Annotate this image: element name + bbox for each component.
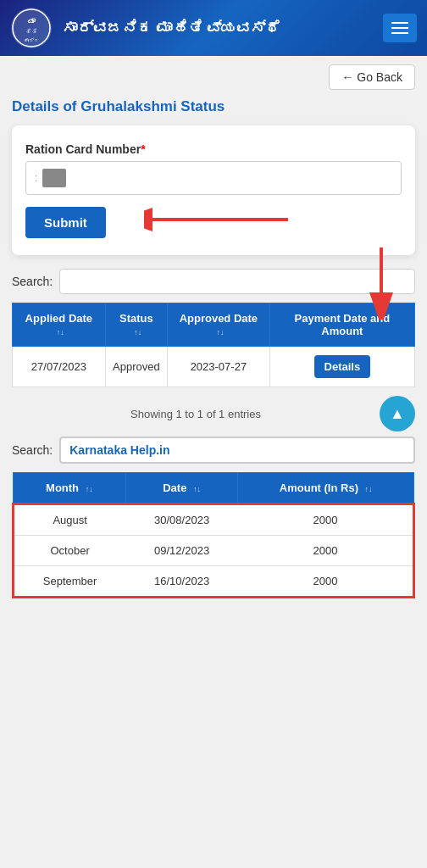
sort-icon-month[interactable]: ↑↓ bbox=[86, 485, 93, 493]
col-applied-date: Applied Date ↑↓ bbox=[13, 303, 106, 347]
sort-icon-amount[interactable]: ↑↓ bbox=[365, 485, 373, 493]
ration-card-input-display[interactable]: : bbox=[25, 161, 402, 195]
cell-date-3: 16/10/2023 bbox=[125, 566, 238, 598]
required-mark: * bbox=[141, 142, 145, 156]
sort-icon-approved[interactable]: ↑↓ bbox=[216, 328, 224, 337]
table1-header: Applied Date ↑↓ Status ↑↓ Approved Date … bbox=[13, 303, 415, 347]
cell-amount-1: 2000 bbox=[238, 504, 414, 536]
cell-approved-date: 2023-07-27 bbox=[167, 347, 269, 387]
sort-icon-status[interactable]: ↑↓ bbox=[134, 328, 141, 337]
app-header: ಮಾ ಹಿತಿ ಕೇಂದ್ರ ಸಾರ್ವಜನಿಕ ಮಾಹಿತಿ ವ್ಯವಸ್ಥೆ bbox=[0, 0, 427, 56]
table-row: October 09/12/2023 2000 bbox=[14, 536, 414, 566]
cell-applied-date: 27/07/2023 bbox=[13, 347, 106, 387]
ration-card-label: Ration Card Number* bbox=[25, 142, 402, 156]
table-row: September 16/10/2023 2000 bbox=[14, 566, 414, 598]
details-button[interactable]: Details bbox=[314, 355, 371, 378]
search-label-2: Search: bbox=[12, 443, 53, 457]
table-row: 27/07/2023 Approved 2023-07-27 Details bbox=[13, 347, 415, 387]
scroll-up-button[interactable]: ▲ bbox=[380, 396, 415, 431]
col-approved-date: Approved Date ↑↓ bbox=[167, 303, 269, 347]
svg-text:ಕೇಂದ್ರ: ಕೇಂದ್ರ bbox=[24, 37, 39, 43]
col-month: Month ↑↓ bbox=[14, 473, 126, 504]
menu-button[interactable] bbox=[383, 14, 417, 42]
go-back-button[interactable]: ← Go Back bbox=[329, 64, 415, 90]
col-date: Date ↑↓ bbox=[125, 473, 238, 504]
col-payment: Payment Date and Amount bbox=[269, 303, 414, 347]
sort-icon-applied[interactable]: ↑↓ bbox=[57, 328, 64, 337]
page-title: Details of Gruhalakshmi Status bbox=[12, 98, 415, 115]
go-back-row: ← Go Back bbox=[12, 64, 415, 90]
col-status: Status ↑↓ bbox=[105, 303, 167, 347]
pagination-row: Showing 1 to 1 of 1 entries ▲ bbox=[12, 396, 415, 431]
cell-month-2: October bbox=[14, 536, 126, 566]
cell-amount-2: 2000 bbox=[238, 536, 414, 566]
cell-month-3: September bbox=[14, 566, 126, 598]
scroll-up-icon: ▲ bbox=[390, 405, 405, 423]
svg-text:ಹಿತಿ: ಹಿತಿ bbox=[25, 28, 37, 35]
table1-container: Applied Date ↑↓ Status ↑↓ Approved Date … bbox=[12, 303, 415, 387]
payment-table: Month ↑↓ Date ↑↓ Amount (In Rs) ↑↓ Augus… bbox=[12, 472, 415, 598]
cell-date-2: 09/12/2023 bbox=[125, 536, 238, 566]
status-table: Applied Date ↑↓ Status ↑↓ Approved Date … bbox=[12, 303, 415, 387]
table1-body: 27/07/2023 Approved 2023-07-27 Details bbox=[13, 347, 415, 387]
cell-status: Approved bbox=[105, 347, 167, 387]
table2-search-input[interactable] bbox=[59, 437, 415, 464]
cell-details: Details bbox=[269, 347, 414, 387]
table1-search-row: Search: bbox=[12, 269, 415, 294]
input-mask bbox=[42, 169, 66, 187]
cell-date-1: 30/08/2023 bbox=[125, 504, 238, 536]
col-amount: Amount (In Rs) ↑↓ bbox=[238, 473, 414, 504]
app-logo: ಮಾ ಹಿತಿ ಕೇಂದ್ರ bbox=[10, 7, 53, 49]
table-row: August 30/08/2023 2000 bbox=[14, 504, 414, 536]
table2-search-row: Search: bbox=[12, 437, 415, 464]
page-content: ← Go Back Details of Gruhalakshmi Status… bbox=[0, 56, 427, 610]
table1-search-input[interactable] bbox=[59, 269, 415, 294]
submit-arrow-annotation bbox=[144, 198, 297, 241]
header-title: ಸಾರ್ವಜನಿಕ ಮಾಹಿತಿ ವ್ಯವಸ್ಥೆ bbox=[63, 19, 383, 37]
table2-header: Month ↑↓ Date ↑↓ Amount (In Rs) ↑↓ bbox=[14, 473, 414, 504]
showing-text: Showing 1 to 1 of 1 entries bbox=[12, 408, 380, 420]
cell-amount-3: 2000 bbox=[238, 566, 414, 598]
table2-body: August 30/08/2023 2000 October 09/12/202… bbox=[14, 504, 414, 598]
submit-button[interactable]: Submit bbox=[25, 207, 106, 238]
sort-icon-date[interactable]: ↑↓ bbox=[193, 485, 201, 493]
cell-month-1: August bbox=[14, 504, 126, 536]
ration-card-form: Ration Card Number* : Submit bbox=[12, 125, 415, 255]
search-label-1: Search: bbox=[12, 275, 53, 288]
submit-section: Submit bbox=[25, 207, 402, 238]
